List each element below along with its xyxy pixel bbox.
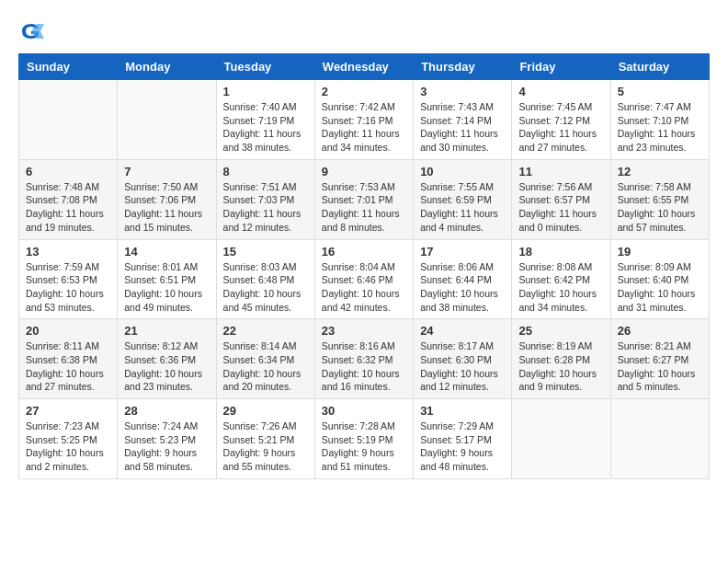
- day-info: Sunrise: 8:08 AM Sunset: 6:42 PM Dayligh…: [518, 260, 603, 315]
- day-number: 28: [124, 404, 209, 418]
- calendar-day-cell: 2Sunrise: 7:42 AM Sunset: 7:16 PM Daylig…: [314, 80, 413, 160]
- calendar-day-cell: 24Sunrise: 8:17 AM Sunset: 6:30 PM Dayli…: [414, 319, 512, 399]
- day-number: 20: [26, 324, 110, 338]
- day-number: 4: [518, 85, 603, 98]
- day-number: 12: [618, 165, 702, 178]
- day-info: Sunrise: 8:09 AM Sunset: 6:40 PM Dayligh…: [618, 260, 702, 315]
- calendar-day-cell: [118, 80, 216, 160]
- day-number: 19: [618, 245, 702, 259]
- day-number: 1: [223, 85, 308, 98]
- calendar-week-row: 20Sunrise: 8:11 AM Sunset: 6:38 PM Dayli…: [19, 319, 710, 399]
- calendar-day-cell: 7Sunrise: 7:50 AM Sunset: 7:06 PM Daylig…: [118, 159, 216, 239]
- calendar-day-cell: 19Sunrise: 8:09 AM Sunset: 6:40 PM Dayli…: [610, 239, 709, 319]
- calendar-day-cell: 8Sunrise: 7:51 AM Sunset: 7:03 PM Daylig…: [216, 159, 314, 239]
- calendar-day-cell: 21Sunrise: 8:12 AM Sunset: 6:36 PM Dayli…: [118, 319, 216, 399]
- day-info: Sunrise: 7:47 AM Sunset: 7:10 PM Dayligh…: [618, 100, 702, 155]
- calendar-day-cell: 9Sunrise: 7:53 AM Sunset: 7:01 PM Daylig…: [314, 159, 413, 239]
- day-info: Sunrise: 8:19 AM Sunset: 6:28 PM Dayligh…: [518, 339, 603, 394]
- day-number: 26: [618, 324, 702, 338]
- calendar-day-cell: 22Sunrise: 8:14 AM Sunset: 6:34 PM Dayli…: [216, 319, 314, 399]
- calendar-day-cell: 11Sunrise: 7:56 AM Sunset: 6:57 PM Dayli…: [512, 159, 610, 239]
- day-info: Sunrise: 8:04 AM Sunset: 6:46 PM Dayligh…: [322, 260, 406, 315]
- day-number: 11: [518, 165, 603, 178]
- day-info: Sunrise: 7:40 AM Sunset: 7:19 PM Dayligh…: [223, 100, 308, 155]
- weekday-header-saturday: Saturday: [610, 54, 709, 80]
- calendar-day-cell: [512, 399, 610, 479]
- day-number: 3: [420, 85, 505, 98]
- weekday-header-tuesday: Tuesday: [216, 54, 314, 80]
- day-info: Sunrise: 7:29 AM Sunset: 5:17 PM Dayligh…: [420, 419, 505, 474]
- weekday-header-wednesday: Wednesday: [314, 54, 413, 80]
- calendar-day-cell: 30Sunrise: 7:28 AM Sunset: 5:19 PM Dayli…: [314, 399, 413, 479]
- day-info: Sunrise: 7:43 AM Sunset: 7:14 PM Dayligh…: [420, 100, 505, 155]
- day-number: 27: [26, 404, 110, 418]
- day-info: Sunrise: 8:03 AM Sunset: 6:48 PM Dayligh…: [223, 260, 308, 315]
- calendar-day-cell: 17Sunrise: 8:06 AM Sunset: 6:44 PM Dayli…: [414, 239, 512, 319]
- day-info: Sunrise: 7:42 AM Sunset: 7:16 PM Dayligh…: [322, 100, 406, 155]
- day-number: 13: [26, 245, 110, 259]
- day-number: 2: [322, 85, 406, 98]
- day-number: 25: [518, 324, 603, 338]
- calendar-week-row: 13Sunrise: 7:59 AM Sunset: 6:53 PM Dayli…: [19, 239, 710, 319]
- day-info: Sunrise: 8:01 AM Sunset: 6:51 PM Dayligh…: [124, 260, 209, 315]
- day-info: Sunrise: 7:23 AM Sunset: 5:25 PM Dayligh…: [26, 419, 110, 474]
- calendar-week-row: 1Sunrise: 7:40 AM Sunset: 7:19 PM Daylig…: [19, 80, 710, 160]
- calendar-day-cell: 13Sunrise: 7:59 AM Sunset: 6:53 PM Dayli…: [19, 239, 118, 319]
- calendar-day-cell: 1Sunrise: 7:40 AM Sunset: 7:19 PM Daylig…: [216, 80, 314, 160]
- calendar-day-cell: 16Sunrise: 8:04 AM Sunset: 6:46 PM Dayli…: [314, 239, 413, 319]
- day-info: Sunrise: 8:12 AM Sunset: 6:36 PM Dayligh…: [124, 339, 209, 394]
- day-number: 7: [124, 165, 209, 178]
- day-info: Sunrise: 8:14 AM Sunset: 6:34 PM Dayligh…: [223, 339, 308, 394]
- calendar-day-cell: 14Sunrise: 8:01 AM Sunset: 6:51 PM Dayli…: [118, 239, 216, 319]
- weekday-header-friday: Friday: [512, 54, 610, 80]
- day-number: 18: [518, 245, 603, 259]
- calendar-day-cell: 25Sunrise: 8:19 AM Sunset: 6:28 PM Dayli…: [512, 319, 610, 399]
- day-info: Sunrise: 7:45 AM Sunset: 7:12 PM Dayligh…: [518, 100, 603, 155]
- day-number: 17: [420, 245, 505, 259]
- day-info: Sunrise: 7:48 AM Sunset: 7:08 PM Dayligh…: [26, 180, 110, 235]
- logo-icon: [18, 18, 44, 44]
- day-number: 31: [420, 404, 505, 418]
- day-info: Sunrise: 7:51 AM Sunset: 7:03 PM Dayligh…: [223, 180, 308, 235]
- day-number: 10: [420, 165, 505, 178]
- day-number: 21: [124, 324, 209, 338]
- day-number: 8: [223, 165, 308, 178]
- calendar-day-cell: 26Sunrise: 8:21 AM Sunset: 6:27 PM Dayli…: [610, 319, 709, 399]
- weekday-header-sunday: Sunday: [19, 54, 118, 80]
- day-info: Sunrise: 7:59 AM Sunset: 6:53 PM Dayligh…: [26, 260, 110, 315]
- calendar-day-cell: 23Sunrise: 8:16 AM Sunset: 6:32 PM Dayli…: [314, 319, 413, 399]
- calendar-day-cell: 31Sunrise: 7:29 AM Sunset: 5:17 PM Dayli…: [414, 399, 512, 479]
- day-info: Sunrise: 8:17 AM Sunset: 6:30 PM Dayligh…: [420, 339, 505, 394]
- day-info: Sunrise: 7:50 AM Sunset: 7:06 PM Dayligh…: [124, 180, 209, 235]
- day-number: 5: [618, 85, 702, 98]
- day-number: 24: [420, 324, 505, 338]
- calendar-week-row: 27Sunrise: 7:23 AM Sunset: 5:25 PM Dayli…: [19, 399, 710, 479]
- day-number: 16: [322, 245, 406, 259]
- weekday-header-row: SundayMondayTuesdayWednesdayThursdayFrid…: [19, 54, 710, 80]
- calendar-day-cell: 6Sunrise: 7:48 AM Sunset: 7:08 PM Daylig…: [19, 159, 118, 239]
- day-number: 23: [322, 324, 406, 338]
- weekday-header-monday: Monday: [118, 54, 216, 80]
- calendar-day-cell: [19, 80, 118, 160]
- calendar-day-cell: 3Sunrise: 7:43 AM Sunset: 7:14 PM Daylig…: [414, 80, 512, 160]
- calendar-day-cell: 27Sunrise: 7:23 AM Sunset: 5:25 PM Dayli…: [19, 399, 118, 479]
- calendar-day-cell: 15Sunrise: 8:03 AM Sunset: 6:48 PM Dayli…: [216, 239, 314, 319]
- calendar-day-cell: 5Sunrise: 7:47 AM Sunset: 7:10 PM Daylig…: [610, 80, 709, 160]
- day-number: 22: [223, 324, 308, 338]
- calendar-day-cell: 28Sunrise: 7:24 AM Sunset: 5:23 PM Dayli…: [118, 399, 216, 479]
- page-header: [18, 18, 710, 44]
- calendar-day-cell: 18Sunrise: 8:08 AM Sunset: 6:42 PM Dayli…: [512, 239, 610, 319]
- day-info: Sunrise: 7:28 AM Sunset: 5:19 PM Dayligh…: [322, 419, 406, 474]
- day-number: 30: [322, 404, 406, 418]
- day-info: Sunrise: 8:21 AM Sunset: 6:27 PM Dayligh…: [618, 339, 702, 394]
- day-number: 29: [223, 404, 308, 418]
- calendar-table: SundayMondayTuesdayWednesdayThursdayFrid…: [18, 53, 710, 479]
- day-number: 14: [124, 245, 209, 259]
- day-info: Sunrise: 7:24 AM Sunset: 5:23 PM Dayligh…: [124, 419, 209, 474]
- day-number: 9: [322, 165, 406, 178]
- logo: [18, 18, 48, 44]
- day-info: Sunrise: 7:53 AM Sunset: 7:01 PM Dayligh…: [322, 180, 406, 235]
- weekday-header-thursday: Thursday: [414, 54, 512, 80]
- day-info: Sunrise: 8:06 AM Sunset: 6:44 PM Dayligh…: [420, 260, 505, 315]
- calendar-week-row: 6Sunrise: 7:48 AM Sunset: 7:08 PM Daylig…: [19, 159, 710, 239]
